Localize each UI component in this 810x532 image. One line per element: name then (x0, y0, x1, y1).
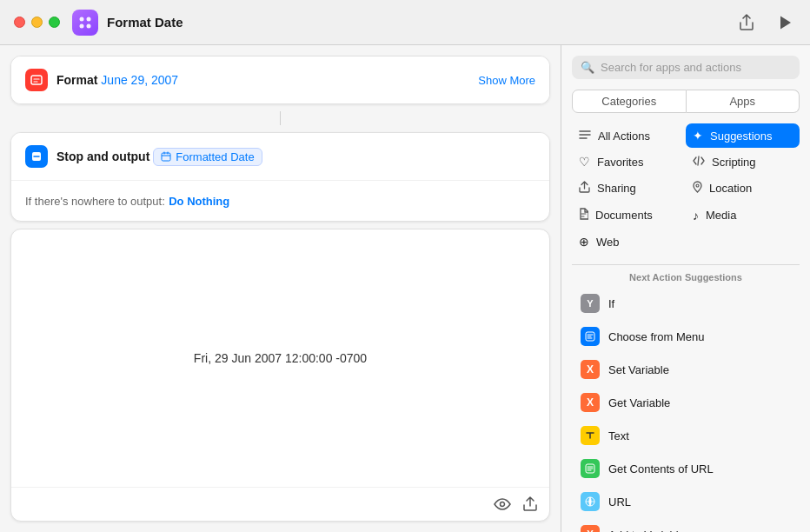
get-variable-icon: X (581, 393, 600, 412)
share-button[interactable] (735, 10, 758, 35)
category-documents[interactable]: Documents (572, 203, 686, 228)
category-scripting[interactable]: Scripting (686, 150, 800, 174)
documents-label: Documents (595, 209, 653, 222)
format-label: Format June 29, 2007 (56, 73, 178, 87)
format-param: June 29, 2007 (101, 73, 178, 87)
media-label: Media (706, 209, 736, 222)
titlebar-actions (735, 10, 796, 35)
add-variable-label: Add to Variable (608, 529, 685, 533)
suggestion-add-variable[interactable]: X Add to Variable (572, 519, 800, 532)
suggestion-url[interactable]: URL (572, 486, 800, 517)
sharing-label: Sharing (597, 182, 636, 195)
svg-point-7 (501, 502, 505, 507)
run-button[interactable] (775, 11, 796, 34)
formatted-date-badge[interactable]: Formatted Date (153, 148, 262, 166)
text-icon (581, 426, 600, 445)
scripting-label: Scripting (712, 156, 756, 169)
format-action-header: Format June 29, 2007 Show More (11, 57, 549, 103)
media-icon: ♪ (693, 209, 699, 223)
result-body: Fri, 29 Jun 2007 12:00:00 -0700 (11, 229, 549, 487)
close-button[interactable] (14, 17, 25, 28)
minimize-button[interactable] (31, 17, 43, 28)
sharing-icon (579, 181, 590, 196)
text-label: Text (608, 429, 629, 442)
stop-output-header: Stop and output Formatted Date (11, 133, 549, 180)
stop-output-body: If there's nowhere to output: Do Nothing (11, 180, 549, 221)
documents-icon (579, 208, 588, 223)
workflow-panel: Format June 29, 2007 Show More (0, 45, 561, 532)
scripting-icon (693, 155, 705, 169)
svg-rect-4 (31, 76, 42, 84)
all-actions-label: All Actions (598, 130, 650, 143)
add-variable-icon: X (581, 525, 600, 532)
preview-button[interactable] (494, 498, 511, 510)
category-suggestions[interactable]: ✦ Suggestions (686, 123, 800, 148)
tab-row: Categories Apps (561, 86, 810, 120)
maximize-button[interactable] (49, 17, 60, 28)
category-web[interactable]: ⊕ Web (572, 229, 686, 254)
suggestion-text[interactable]: Text (572, 420, 800, 451)
suggestions-label: Suggestions (710, 130, 773, 143)
suggestions-title: Next Action Suggestions (572, 272, 800, 283)
set-variable-icon: X (581, 360, 600, 379)
favorites-icon: ♡ (579, 155, 590, 169)
stop-output-card: Stop and output Formatted Date If there'… (10, 132, 550, 222)
category-media[interactable]: ♪ Media (686, 203, 800, 228)
app-icon (72, 10, 98, 36)
sidebar-search: 🔍 (561, 45, 810, 86)
favorites-label: Favorites (597, 156, 643, 169)
actions-sidebar: 🔍 Categories Apps All Actions ✦ Suggesti… (561, 45, 810, 532)
action-divider (280, 111, 281, 125)
tab-apps[interactable]: Apps (687, 90, 800, 113)
search-icon: 🔍 (581, 61, 594, 74)
suggestions-icon: ✦ (693, 129, 703, 143)
stop-output-label: Stop and output (56, 150, 149, 163)
web-label: Web (596, 236, 620, 249)
main-content: Format June 29, 2007 Show More (0, 45, 810, 532)
svg-point-3 (87, 23, 91, 28)
stop-output-icon (25, 145, 48, 168)
show-more-button[interactable]: Show More (478, 74, 535, 87)
result-value: Fri, 29 Jun 2007 12:00:00 -0700 (194, 351, 367, 365)
svg-rect-6 (162, 153, 170, 161)
get-variable-label: Get Variable (608, 396, 670, 409)
category-favorites[interactable]: ♡ Favorites (572, 150, 686, 174)
sidebar-divider (572, 264, 800, 265)
titlebar: Format Date (0, 0, 810, 45)
suggestion-if[interactable]: Y If (572, 288, 800, 319)
result-footer (11, 487, 549, 521)
url-icon (581, 492, 600, 511)
suggestion-get-variable[interactable]: X Get Variable (572, 387, 800, 418)
export-button[interactable] (523, 496, 537, 512)
format-action-icon (25, 69, 48, 91)
if-label: If (608, 297, 614, 310)
do-nothing-link[interactable]: Do Nothing (169, 195, 229, 208)
web-icon: ⊕ (579, 235, 589, 249)
categories-grid: All Actions ✦ Suggestions ♡ Favorites Sc… (561, 120, 810, 261)
search-box: 🔍 (572, 56, 800, 79)
nowhere-text: If there's nowhere to output: (25, 195, 165, 208)
category-all-actions[interactable]: All Actions (572, 123, 686, 148)
suggestion-set-variable[interactable]: X Set Variable (572, 354, 800, 385)
location-icon (693, 181, 702, 196)
traffic-lights (14, 17, 60, 28)
all-actions-icon (579, 129, 591, 143)
suggestions-section: Next Action Suggestions Y If Choose from… (561, 272, 810, 532)
result-card: Fri, 29 Jun 2007 12:00:00 -0700 (10, 229, 550, 522)
category-sharing[interactable]: Sharing (572, 176, 686, 201)
choose-menu-icon (581, 327, 600, 346)
get-url-icon (581, 459, 600, 478)
page-title: Format Date (107, 15, 735, 30)
format-action-card: Format June 29, 2007 Show More (10, 56, 550, 104)
category-location[interactable]: Location (686, 176, 800, 201)
svg-point-8 (696, 184, 699, 187)
get-url-label: Get Contents of URL (608, 462, 714, 475)
tab-categories[interactable]: Categories (572, 90, 687, 113)
svg-point-0 (80, 17, 84, 21)
svg-point-1 (87, 17, 91, 21)
search-input[interactable] (601, 61, 791, 74)
workflow-body: Format June 29, 2007 Show More (0, 45, 561, 532)
if-icon: Y (581, 294, 600, 313)
suggestion-choose-from-menu[interactable]: Choose from Menu (572, 321, 800, 352)
suggestion-get-contents-url[interactable]: Get Contents of URL (572, 453, 800, 484)
